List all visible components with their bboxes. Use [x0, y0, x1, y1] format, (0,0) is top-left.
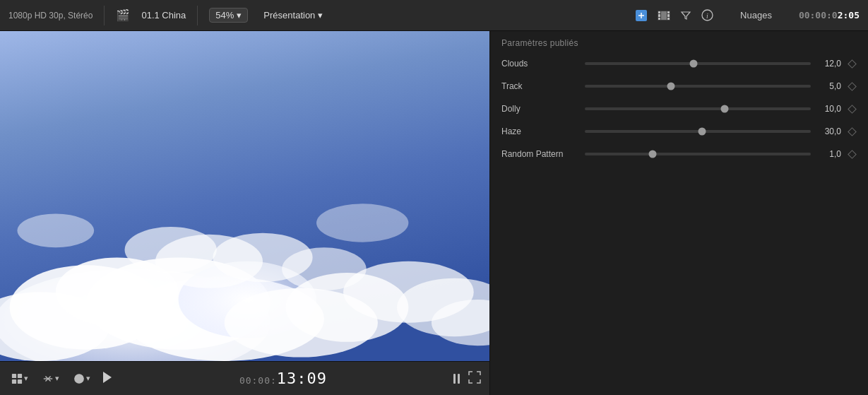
presentation-button[interactable]: Présentation ▾ — [259, 8, 327, 22]
param-row-haze: Haze 30,0 — [490, 120, 868, 143]
svg-rect-31 — [18, 373, 22, 377]
slider-track-random — [585, 153, 811, 155]
param-value-clouds: 12,0 — [816, 59, 841, 69]
svg-rect-5 — [661, 11, 667, 20]
params-body: Paramètres publiés Clouds 12,0 Track — [490, 31, 868, 395]
slider-thumb-track[interactable] — [667, 83, 674, 90]
param-value-dolly: 10,0 — [816, 104, 841, 114]
video-panel: ▾ ▾ ▾ — [0, 31, 489, 395]
filmstrip-icon[interactable] — [658, 11, 670, 20]
top-bar-left: 1080p HD 30p, Stéréo 🎬 01.1 China 54% ▾ … — [8, 6, 327, 25]
filter-icon[interactable] — [680, 10, 691, 21]
slider-track-haze — [585, 130, 811, 133]
film-icon: 🎬 — [116, 8, 130, 22]
slider-clouds[interactable] — [585, 62, 811, 65]
param-name-haze: Haze — [501, 126, 579, 136]
slider-track-dolly — [585, 107, 811, 110]
speed-chevron: ▾ — [86, 374, 90, 383]
pause-bar-right — [458, 374, 460, 384]
slider-track-param[interactable] — [585, 85, 811, 88]
keyframe-btn-random[interactable] — [847, 149, 857, 159]
param-name-dolly: Dolly — [501, 104, 579, 114]
slider-track-track — [585, 85, 811, 88]
fullscreen-button[interactable] — [468, 371, 481, 387]
divider — [104, 6, 105, 25]
slider-thumb-random[interactable] — [649, 151, 657, 158]
svg-rect-2 — [658, 11, 660, 13]
timecode-main-display: 13:09 — [277, 370, 327, 387]
keyframe-btn-dolly[interactable] — [847, 104, 857, 114]
param-value-random-pattern: 1,0 — [816, 149, 841, 159]
svg-rect-7 — [667, 14, 670, 17]
clip-name: 01.1 China — [141, 10, 186, 20]
trim-chevron: ▾ — [55, 374, 59, 383]
resolution-label: 1080p HD 30p, Stéréo — [8, 11, 93, 20]
slider-track-clouds — [585, 62, 811, 65]
layout-button[interactable]: ▾ — [8, 372, 31, 386]
param-name-random-pattern: Random Pattern — [501, 149, 579, 159]
diamond-icon-clouds — [848, 59, 857, 69]
slider-dolly[interactable] — [585, 107, 811, 110]
enhance-icon[interactable] — [635, 9, 648, 22]
playback-timecode: 00:00:13:09 — [121, 370, 445, 387]
slider-thumb-clouds[interactable] — [689, 60, 697, 68]
nuages-title: Nuages — [723, 10, 789, 20]
diamond-icon-haze — [848, 127, 857, 136]
param-value-haze: 30,0 — [816, 126, 841, 136]
layout-chevron: ▾ — [24, 374, 28, 383]
params-section-header: Paramètres publiés — [490, 31, 868, 52]
keyframe-btn-track[interactable] — [847, 81, 857, 91]
slider-thumb-haze[interactable] — [698, 128, 706, 136]
divider2 — [197, 6, 198, 25]
timecode-prefix-small: 00:00: — [239, 375, 277, 386]
svg-rect-6 — [667, 11, 670, 13]
param-row-random-pattern: Random Pattern 1,0 — [490, 143, 868, 165]
svg-rect-3 — [658, 14, 660, 17]
right-panel-header-icons: i Nuages 00:00:02:05 — [635, 9, 860, 22]
presentation-label: Présentation — [263, 10, 315, 20]
param-name-track: Track — [501, 81, 579, 91]
trim-button[interactable]: ▾ — [40, 372, 62, 386]
presentation-chevron: ▾ — [318, 10, 323, 20]
diamond-icon-dolly — [848, 105, 857, 114]
svg-rect-30 — [12, 373, 16, 377]
marker-indicator — [453, 374, 460, 384]
timecode-main: 2:05 — [838, 10, 860, 20]
svg-rect-32 — [12, 379, 16, 383]
param-row-clouds: Clouds 12,0 — [490, 52, 868, 75]
video-toolbar: ▾ ▾ ▾ — [0, 361, 489, 395]
timecode-display: 00:00:02:05 — [799, 10, 860, 20]
param-row-track: Track 5,0 — [490, 75, 868, 98]
svg-text:i: i — [706, 12, 708, 20]
slider-thumb-dolly[interactable] — [721, 105, 729, 113]
diamond-icon-random — [848, 150, 857, 159]
zoom-chevron: ▾ — [237, 10, 242, 20]
top-toolbar: 1080p HD 30p, Stéréo 🎬 01.1 China 54% ▾ … — [0, 0, 868, 31]
play-button[interactable] — [102, 371, 113, 387]
info-icon[interactable]: i — [701, 9, 713, 21]
zoom-button[interactable]: 54% ▾ — [209, 8, 248, 23]
keyframe-btn-clouds[interactable] — [847, 59, 857, 69]
svg-point-22 — [125, 227, 217, 273]
param-name-clouds: Clouds — [501, 59, 579, 69]
svg-rect-4 — [658, 18, 660, 20]
speed-button[interactable]: ▾ — [71, 372, 93, 386]
right-panel: Paramètres publiés Clouds 12,0 Track — [489, 31, 868, 395]
diamond-icon-track — [848, 82, 857, 91]
slider-random-pattern[interactable] — [585, 153, 811, 155]
zoom-value: 54% — [215, 10, 234, 20]
slider-haze[interactable] — [585, 130, 811, 133]
main-content: ▾ ▾ ▾ — [0, 31, 868, 395]
param-value-track: 5,0 — [816, 81, 841, 91]
svg-rect-8 — [667, 18, 670, 20]
svg-point-29 — [316, 204, 408, 242]
svg-rect-33 — [18, 379, 22, 383]
svg-point-28 — [17, 213, 94, 247]
video-frame — [0, 31, 489, 361]
param-row-dolly: Dolly 10,0 — [490, 98, 868, 120]
video-preview — [0, 31, 489, 361]
pause-bar-left — [453, 374, 456, 384]
keyframe-btn-haze[interactable] — [847, 126, 857, 136]
timecode-prefix: 00:00:0 — [799, 10, 838, 20]
